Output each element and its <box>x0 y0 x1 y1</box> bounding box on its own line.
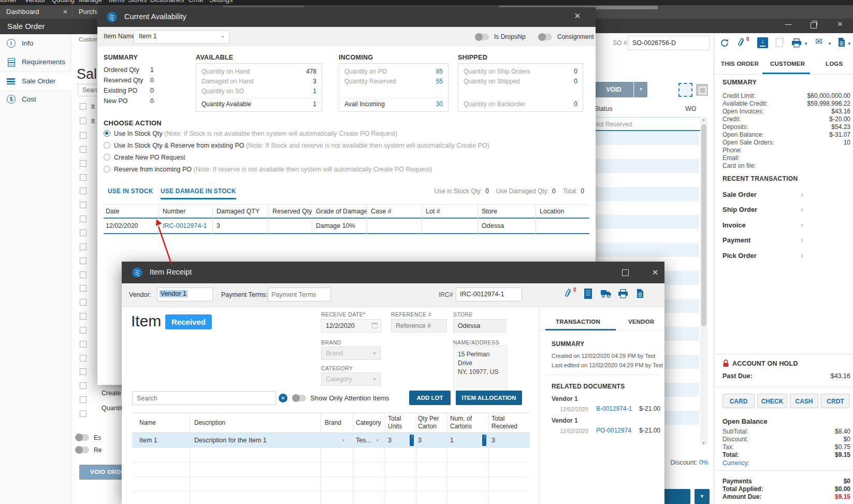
recent-item-payment[interactable]: Payment <box>722 236 750 244</box>
tab-transaction[interactable]: TRANSACTION <box>556 319 600 325</box>
void-button[interactable]: VOID <box>594 82 633 97</box>
sidebar-item-requirements[interactable]: Requirements <box>0 53 71 71</box>
check-button[interactable]: CHECK <box>757 394 787 408</box>
print-icon[interactable] <box>618 289 628 300</box>
column-header[interactable]: Lot # <box>426 208 440 215</box>
cell-qty-per-carton[interactable]: 3 <box>418 437 422 444</box>
download-icon[interactable]: ↓ <box>757 37 768 48</box>
vendor-field[interactable]: Vendor 1 <box>157 287 213 301</box>
select-all-checkbox[interactable] <box>80 103 86 110</box>
sidebar-item-info[interactable]: i Info <box>0 34 71 53</box>
use-in-stock-reserve-radio[interactable] <box>104 142 110 149</box>
status-column-header[interactable]: Status <box>594 105 612 112</box>
receipt-icon[interactable] <box>584 289 592 299</box>
column-header[interactable]: Brand <box>325 419 341 426</box>
scroll-down-icon[interactable]: ▼ <box>702 441 705 445</box>
menu-item-items[interactable]: Items <box>109 0 125 4</box>
row-checkbox[interactable] <box>80 160 86 167</box>
tab-use-damage-in-stock[interactable]: USE DAMAGE IN STOCK <box>161 188 236 195</box>
print-icon[interactable] <box>791 38 802 50</box>
menu-item-manage[interactable]: Manage <box>79 0 102 4</box>
dialog-titlebar[interactable]: Current Availability ✕ <box>97 7 596 27</box>
attention-items-toggle[interactable] <box>293 395 306 401</box>
column-header[interactable]: Total Received <box>491 415 519 430</box>
cell-description[interactable]: Description for the Item 1 <box>194 437 267 444</box>
recent-item-ship-order[interactable]: Ship Order <box>722 206 757 213</box>
action-option[interactable]: Reserve from incoming PO (Note: If reser… <box>114 166 432 173</box>
use-in-stock-radio[interactable] <box>104 130 110 137</box>
action-option[interactable]: Use In Stock Qty & Reserve from existing… <box>114 142 489 149</box>
chevron-right-icon[interactable]: › <box>801 235 803 244</box>
copy-icon[interactable] <box>776 38 783 47</box>
tab-logs[interactable]: LOGS <box>826 61 843 67</box>
menu-item-stores[interactable]: Stores <box>128 0 147 4</box>
recent-item-sale-order[interactable]: Sale Order <box>722 191 757 198</box>
chevron-right-icon[interactable]: › <box>801 251 803 260</box>
close-icon[interactable]: ✕ <box>646 268 664 277</box>
menu-item-dictionaries[interactable]: Dictionaries <box>150 0 184 4</box>
cell-category[interactable]: Tes... <box>356 437 371 444</box>
tab-customer[interactable]: CUSTOMER <box>770 61 805 67</box>
row-checkbox[interactable] <box>80 229 86 236</box>
scroll-up-icon[interactable]: ▲ <box>702 118 705 121</box>
row-checkbox[interactable] <box>80 146 86 153</box>
document-icon[interactable] <box>637 289 644 300</box>
recent-item-invoice[interactable]: Invoice <box>722 221 746 229</box>
column-header[interactable]: Qty Per Carton <box>418 415 443 430</box>
brand-dropdown[interactable]: Brand▼ <box>321 347 381 360</box>
row-checkbox[interactable] <box>80 299 86 306</box>
column-header[interactable]: Description <box>194 419 225 426</box>
reserve-toggle[interactable] <box>76 447 89 453</box>
reference-input[interactable] <box>391 319 447 333</box>
chevron-right-icon[interactable]: › <box>801 190 803 198</box>
email-icon[interactable]: ✉ <box>815 36 822 47</box>
menu-item-customer[interactable]: Customer <box>0 0 17 4</box>
tab-close-icon[interactable]: ✕ <box>60 5 70 19</box>
action-option[interactable]: Create New PO Request <box>114 154 185 161</box>
cell-num-cartons[interactable]: 1 <box>450 437 454 444</box>
row-checkbox[interactable] <box>80 271 86 278</box>
shipment-icon[interactable] <box>601 290 612 300</box>
column-header[interactable]: Total Units <box>388 415 411 430</box>
print-dropdown-icon[interactable]: ▼ <box>804 41 808 46</box>
estimate-toggle[interactable] <box>76 434 89 441</box>
create-new-po-radio[interactable] <box>104 154 110 161</box>
row-checkbox[interactable] <box>80 188 86 194</box>
card-button[interactable]: CARD <box>722 394 755 408</box>
store-field[interactable]: Odessa <box>453 319 506 333</box>
grid-layout-icon[interactable] <box>678 83 692 97</box>
reserve-incoming-po-radio[interactable] <box>104 166 110 172</box>
row-checkbox[interactable] <box>80 355 86 362</box>
close-icon[interactable]: ✕ <box>566 11 589 21</box>
is-dropship-toggle[interactable] <box>475 34 489 40</box>
email-dropdown-icon[interactable]: ▼ <box>828 41 832 46</box>
menu-item-quoting[interactable]: Quoting <box>52 0 75 4</box>
row-checkbox[interactable] <box>80 201 86 208</box>
total-units-stepper[interactable]: ⋮ <box>410 435 414 446</box>
action-option[interactable]: Use In Stock Qty (Note: If Stock is not … <box>114 130 397 137</box>
consignment-toggle[interactable] <box>539 34 552 40</box>
row-checkbox[interactable] <box>80 410 86 417</box>
menu-item-crm[interactable]: CRM <box>189 0 203 4</box>
currency-link[interactable]: Currency: <box>722 459 749 467</box>
cell-total-received[interactable]: 3 <box>491 437 495 444</box>
row-checkbox[interactable] <box>80 174 86 181</box>
credit-button[interactable]: CRDT <box>821 394 850 408</box>
item-search-input[interactable] <box>132 391 276 405</box>
column-header[interactable]: Num. of Cartons <box>450 415 478 430</box>
item-allocation-button[interactable]: ITEM ALLOCATION <box>456 391 522 405</box>
refresh-icon[interactable] <box>720 38 729 50</box>
attachments-icon[interactable] <box>565 289 572 300</box>
menu-item-vendor[interactable]: Vendor <box>25 0 46 4</box>
row-checkbox[interactable] <box>80 243 86 250</box>
row-checkbox[interactable] <box>80 285 86 292</box>
row-checkbox[interactable] <box>80 118 86 124</box>
row-checkbox[interactable] <box>80 341 86 348</box>
item-name-dropdown[interactable]: Item 1 ▼ <box>134 30 229 44</box>
add-lot-button[interactable]: ADD LOT <box>409 391 451 405</box>
num-cartons-stepper[interactable]: ⋮ <box>482 435 486 446</box>
column-header[interactable]: Name <box>139 419 156 426</box>
cell-total-units[interactable]: 3 <box>388 437 392 444</box>
row-checkbox[interactable] <box>80 382 86 389</box>
vertical-scrollbar[interactable]: ▲ ▼ <box>700 117 707 445</box>
